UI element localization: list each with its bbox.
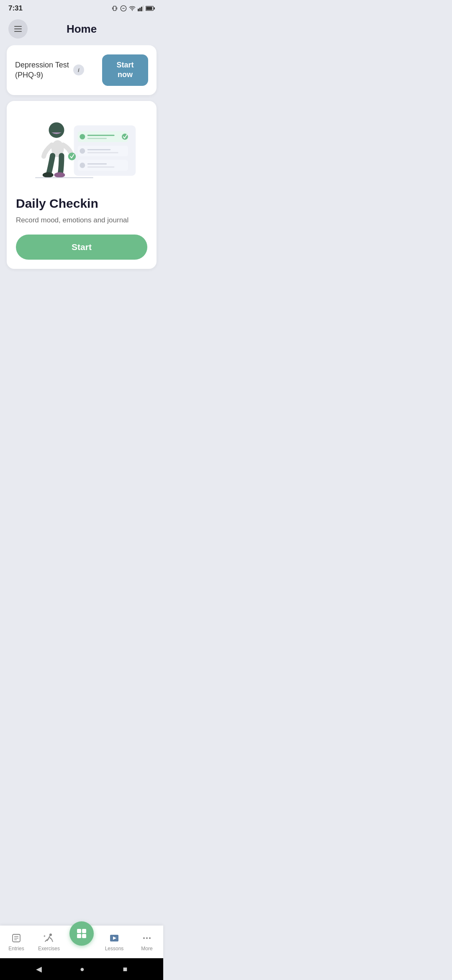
battery-icon bbox=[146, 5, 155, 11]
main-content: Depression Test(PHQ-9) i Startnow bbox=[0, 45, 163, 269]
svg-point-24 bbox=[80, 162, 85, 168]
checkin-start-button[interactable]: Start bbox=[16, 235, 147, 260]
info-icon[interactable]: i bbox=[73, 64, 84, 75]
svg-rect-17 bbox=[87, 138, 107, 139]
menu-button[interactable] bbox=[8, 19, 28, 39]
status-time: 7:31 bbox=[8, 4, 23, 13]
start-now-button[interactable]: Startnow bbox=[102, 54, 148, 86]
svg-point-29 bbox=[68, 152, 76, 160]
svg-point-5 bbox=[132, 10, 133, 11]
svg-rect-8 bbox=[141, 7, 142, 11]
status-bar: 7:31 bbox=[0, 0, 163, 15]
svg-point-27 bbox=[49, 122, 64, 138]
svg-rect-16 bbox=[87, 135, 115, 136]
daily-checkin-card: Daily Checkin Record mood, emotions and … bbox=[7, 101, 157, 269]
svg-rect-9 bbox=[143, 5, 144, 11]
vibrate-icon bbox=[111, 5, 118, 12]
test-card-left: Depression Test(PHQ-9) i bbox=[15, 60, 84, 80]
svg-rect-26 bbox=[87, 166, 115, 168]
svg-point-20 bbox=[80, 148, 85, 154]
wifi-icon bbox=[129, 5, 136, 12]
svg-rect-12 bbox=[154, 7, 155, 9]
checkin-illustration bbox=[16, 111, 147, 186]
svg-rect-14 bbox=[78, 131, 128, 142]
svg-rect-22 bbox=[87, 152, 118, 153]
checkin-title: Daily Checkin bbox=[16, 196, 147, 211]
svg-rect-0 bbox=[113, 6, 116, 11]
hamburger-icon bbox=[14, 26, 22, 32]
page-title: Home bbox=[28, 23, 136, 36]
checkin-description: Record mood, emotions and journal bbox=[16, 215, 147, 226]
dnd-icon bbox=[120, 5, 127, 12]
svg-rect-23 bbox=[78, 160, 128, 171]
svg-rect-6 bbox=[138, 9, 139, 11]
header: Home bbox=[0, 15, 163, 45]
svg-rect-2 bbox=[117, 7, 117, 9]
depression-test-card: Depression Test(PHQ-9) i Startnow bbox=[7, 45, 157, 95]
svg-rect-25 bbox=[87, 163, 107, 165]
svg-rect-21 bbox=[87, 149, 110, 150]
svg-rect-11 bbox=[146, 7, 152, 10]
signal-icon bbox=[138, 5, 144, 12]
test-card-title: Depression Test(PHQ-9) bbox=[15, 60, 69, 80]
svg-rect-19 bbox=[78, 145, 128, 156]
status-icons bbox=[111, 5, 155, 12]
svg-rect-1 bbox=[112, 7, 113, 9]
illustration-svg bbox=[16, 111, 147, 186]
svg-point-31 bbox=[54, 172, 65, 178]
svg-rect-7 bbox=[139, 8, 141, 11]
svg-point-15 bbox=[80, 134, 85, 139]
svg-point-30 bbox=[43, 172, 54, 178]
